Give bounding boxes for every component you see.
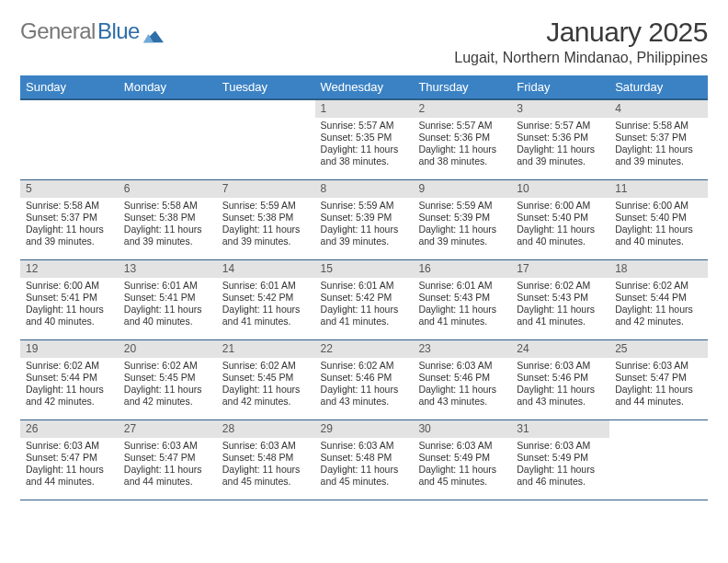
- day-body: Sunrise: 5:59 AMSunset: 5:38 PMDaylight:…: [217, 198, 315, 252]
- sunset-text: Sunset: 5:40 PM: [615, 212, 702, 224]
- day-cell-empty: [119, 100, 217, 179]
- day-body: Sunrise: 6:00 AMSunset: 5:40 PMDaylight:…: [511, 198, 609, 252]
- sunset-text: Sunset: 5:41 PM: [26, 292, 113, 304]
- daylight-text: Daylight: 11 hours and 46 minutes.: [517, 464, 604, 488]
- day-number: 26: [20, 420, 119, 438]
- day-body: Sunrise: 6:02 AMSunset: 5:45 PMDaylight:…: [217, 358, 315, 412]
- daylight-text: Daylight: 11 hours and 43 minutes.: [517, 384, 604, 408]
- sunrise-text: Sunrise: 6:02 AM: [615, 280, 702, 292]
- day-cell: 11Sunrise: 6:00 AMSunset: 5:40 PMDayligh…: [609, 180, 708, 259]
- daylight-text: Daylight: 11 hours and 42 minutes.: [222, 384, 310, 408]
- day-cell: 31Sunrise: 6:03 AMSunset: 5:49 PMDayligh…: [511, 420, 609, 500]
- day-cell: 9Sunrise: 5:59 AMSunset: 5:39 PMDaylight…: [413, 180, 511, 259]
- day-body: Sunrise: 6:03 AMSunset: 5:49 PMDaylight:…: [413, 438, 511, 492]
- day-cell-empty: [609, 420, 708, 500]
- daylight-text: Daylight: 11 hours and 42 minutes.: [615, 304, 702, 327]
- sunrise-text: Sunrise: 5:59 AM: [321, 200, 408, 212]
- day-number: 23: [413, 340, 511, 358]
- day-number: 5: [20, 180, 119, 198]
- day-number: 30: [413, 420, 511, 438]
- day-body: Sunrise: 6:02 AMSunset: 5:46 PMDaylight:…: [315, 358, 414, 412]
- day-number: 9: [413, 180, 511, 198]
- sunset-text: Sunset: 5:42 PM: [321, 292, 408, 304]
- sunrise-text: Sunrise: 6:01 AM: [418, 280, 506, 292]
- sunset-text: Sunset: 5:42 PM: [222, 292, 310, 304]
- day-number: 24: [511, 340, 609, 358]
- day-body: Sunrise: 6:01 AMSunset: 5:41 PMDaylight:…: [119, 278, 217, 332]
- sunrise-text: Sunrise: 6:02 AM: [517, 280, 604, 292]
- sunrise-text: Sunrise: 6:00 AM: [615, 200, 702, 212]
- day-body: Sunrise: 6:01 AMSunset: 5:43 PMDaylight:…: [413, 278, 511, 332]
- sunset-text: Sunset: 5:37 PM: [615, 132, 702, 144]
- sunset-text: Sunset: 5:48 PM: [222, 452, 310, 464]
- day-body: Sunrise: 6:00 AMSunset: 5:41 PMDaylight:…: [20, 278, 119, 332]
- day-number: 4: [609, 100, 708, 118]
- logo-mark-icon: [143, 23, 164, 40]
- sunset-text: Sunset: 5:39 PM: [418, 212, 506, 224]
- day-body: Sunrise: 5:57 AMSunset: 5:36 PMDaylight:…: [511, 118, 609, 172]
- day-body: Sunrise: 6:03 AMSunset: 5:46 PMDaylight:…: [511, 358, 609, 412]
- day-cell: 7Sunrise: 5:59 AMSunset: 5:38 PMDaylight…: [217, 180, 315, 259]
- sunrise-text: Sunrise: 5:59 AM: [222, 200, 310, 212]
- sunset-text: Sunset: 5:46 PM: [321, 372, 408, 384]
- week-row: 1Sunrise: 5:57 AMSunset: 5:35 PMDaylight…: [20, 100, 708, 180]
- daylight-text: Daylight: 11 hours and 38 minutes.: [418, 144, 506, 167]
- sunrise-text: Sunrise: 6:00 AM: [517, 200, 604, 212]
- weekday-thursday: Thursday: [413, 75, 511, 98]
- day-number: 6: [119, 180, 217, 198]
- sunset-text: Sunset: 5:45 PM: [222, 372, 310, 384]
- sunrise-text: Sunrise: 6:02 AM: [321, 360, 408, 372]
- day-body: Sunrise: 6:03 AMSunset: 5:46 PMDaylight:…: [413, 358, 511, 412]
- day-number: 18: [609, 260, 708, 278]
- calendar-grid: Sunday Monday Tuesday Wednesday Thursday…: [20, 75, 708, 500]
- day-cell: 6Sunrise: 5:58 AMSunset: 5:38 PMDaylight…: [119, 180, 217, 259]
- day-cell-empty: [217, 100, 315, 179]
- day-cell: 13Sunrise: 6:01 AMSunset: 5:41 PMDayligh…: [119, 260, 217, 339]
- day-cell: 17Sunrise: 6:02 AMSunset: 5:43 PMDayligh…: [511, 260, 609, 339]
- day-body: Sunrise: 5:57 AMSunset: 5:35 PMDaylight:…: [315, 118, 414, 172]
- brand-logo: GeneralBlue: [20, 18, 164, 44]
- day-cell: 28Sunrise: 6:03 AMSunset: 5:48 PMDayligh…: [217, 420, 315, 500]
- daylight-text: Daylight: 11 hours and 44 minutes.: [615, 384, 702, 408]
- daylight-text: Daylight: 11 hours and 42 minutes.: [26, 384, 113, 408]
- day-cell: 20Sunrise: 6:02 AMSunset: 5:45 PMDayligh…: [119, 340, 217, 419]
- day-body: Sunrise: 5:59 AMSunset: 5:39 PMDaylight:…: [413, 198, 511, 252]
- sunrise-text: Sunrise: 5:57 AM: [418, 120, 506, 132]
- day-body: [119, 104, 217, 109]
- daylight-text: Daylight: 11 hours and 45 minutes.: [222, 464, 310, 488]
- day-number: 16: [413, 260, 511, 278]
- sunrise-text: Sunrise: 6:02 AM: [26, 360, 113, 372]
- day-cell: 4Sunrise: 5:58 AMSunset: 5:37 PMDaylight…: [609, 100, 708, 179]
- day-cell: 26Sunrise: 6:03 AMSunset: 5:47 PMDayligh…: [20, 420, 119, 500]
- day-number: 27: [119, 420, 217, 438]
- day-body: Sunrise: 6:03 AMSunset: 5:47 PMDaylight:…: [609, 358, 708, 412]
- day-number: 17: [511, 260, 609, 278]
- sunrise-text: Sunrise: 5:58 AM: [26, 200, 113, 212]
- day-body: Sunrise: 6:03 AMSunset: 5:47 PMDaylight:…: [20, 438, 119, 492]
- day-body: [609, 424, 708, 430]
- sunset-text: Sunset: 5:40 PM: [517, 212, 604, 224]
- day-body: Sunrise: 6:01 AMSunset: 5:42 PMDaylight:…: [315, 278, 414, 332]
- day-body: Sunrise: 6:03 AMSunset: 5:48 PMDaylight:…: [315, 438, 414, 492]
- day-number: 20: [119, 340, 217, 358]
- sunrise-text: Sunrise: 6:01 AM: [124, 280, 211, 292]
- day-cell: 24Sunrise: 6:03 AMSunset: 5:46 PMDayligh…: [511, 340, 609, 419]
- day-cell-empty: [20, 100, 119, 179]
- day-number: 13: [119, 260, 217, 278]
- day-body: [20, 104, 119, 109]
- daylight-text: Daylight: 11 hours and 40 minutes.: [124, 304, 211, 327]
- daylight-text: Daylight: 11 hours and 39 minutes.: [615, 144, 702, 167]
- day-cell: 12Sunrise: 6:00 AMSunset: 5:41 PMDayligh…: [20, 260, 119, 339]
- week-row: 19Sunrise: 6:02 AMSunset: 5:44 PMDayligh…: [20, 340, 708, 420]
- day-body: Sunrise: 5:58 AMSunset: 5:38 PMDaylight:…: [119, 198, 217, 252]
- day-cell: 27Sunrise: 6:03 AMSunset: 5:47 PMDayligh…: [119, 420, 217, 500]
- day-number: 25: [609, 340, 708, 358]
- day-body: Sunrise: 6:02 AMSunset: 5:44 PMDaylight:…: [609, 278, 708, 332]
- day-number: 11: [609, 180, 708, 198]
- day-number: 22: [315, 340, 414, 358]
- weekday-tuesday: Tuesday: [217, 75, 315, 98]
- sunrise-text: Sunrise: 6:03 AM: [418, 440, 506, 452]
- day-body: Sunrise: 6:02 AMSunset: 5:44 PMDaylight:…: [20, 358, 119, 412]
- day-number: 12: [20, 260, 119, 278]
- day-cell: 1Sunrise: 5:57 AMSunset: 5:35 PMDaylight…: [315, 100, 414, 179]
